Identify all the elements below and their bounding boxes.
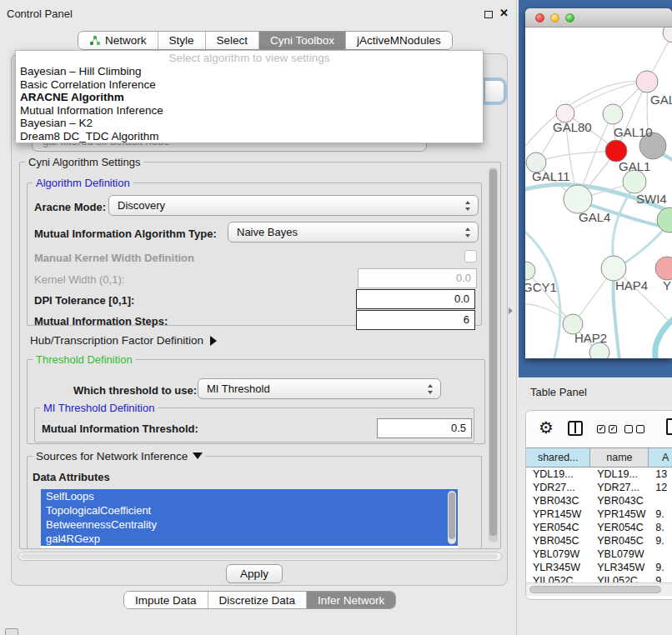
table-row[interactable]: YDL19...YDL19...13 [526, 468, 672, 481]
network-canvas[interactable]: GALGAL80GAL10GAL1GAL11SWI4GAL4GCY1HAP4YH… [525, 28, 672, 358]
network-node-gcy1[interactable] [525, 262, 535, 280]
attribute-item-gal4rgexp[interactable]: gal4RGexp [41, 532, 458, 546]
table-row[interactable]: YBL079WYBL079W [526, 548, 672, 561]
tab-jactivemnodules[interactable]: jActiveMNodules [346, 32, 452, 49]
corner-widget[interactable] [5, 628, 18, 635]
network-view-window[interactable]: GALGAL80GAL10GAL1GAL11SWI4GAL4GCY1HAP4YH… [525, 8, 672, 358]
table-cell: YDL19... [590, 468, 649, 481]
table-row[interactable]: YDR27...YDR27...12 [526, 481, 672, 494]
network-view-desktop: GALGAL80GAL10GAL1GAL11SWI4GAL4GCY1HAP4YH… [519, 0, 672, 378]
table-cell: YPR145W [590, 508, 649, 521]
network-node-gal10[interactable] [603, 104, 623, 124]
mi-algorithm-type-select[interactable]: Naive Bayes [228, 222, 479, 242]
table-row[interactable]: YER054CYER054C8. [526, 521, 672, 534]
table-cell [649, 494, 672, 508]
expand-right-icon [210, 336, 217, 346]
tab-discretize-data[interactable]: Discretize Data [208, 592, 308, 608]
algorithm-option-mutual-information-inference[interactable]: Mutual Information Inference [16, 104, 483, 118]
table-cell: 13 [649, 468, 672, 481]
inference-algorithm-combo-edge[interactable] [484, 80, 504, 102]
table-horizontal-scrollbar[interactable] [526, 582, 672, 596]
deselect-all-checkboxes-icon[interactable]: ·· [624, 425, 644, 433]
panel-resize-handle[interactable] [509, 308, 513, 314]
network-node-swi4[interactable] [623, 170, 646, 193]
network-window-titlebar[interactable] [525, 8, 672, 28]
mi-steps-field[interactable]: 6 [356, 310, 475, 330]
zoom-traffic-light-icon[interactable] [565, 13, 574, 22]
control-panel-tab-bar: NetworkStyleSelectCyni ToolboxjActiveMNo… [78, 31, 453, 50]
algorithm-option-dream8-dc-tdc-algorithm[interactable]: Dream8 DC_TDC Algorithm [16, 130, 483, 143]
column-header-name[interactable]: name [590, 448, 649, 467]
table-cell: 9 [649, 574, 672, 582]
apply-button[interactable]: Apply [226, 564, 283, 583]
algorithm-option-aracne-algorithm[interactable]: ARACNE Algorithm [16, 91, 483, 104]
settings-gear-icon[interactable]: ⚙ [539, 418, 554, 438]
table-cell: 8. [649, 521, 672, 534]
manual-kernel-width-checkbox[interactable] [464, 250, 477, 262]
scrollbar-thumb[interactable] [21, 553, 498, 559]
algorithm-options: Bayesian – Hill ClimbingBasic Correlatio… [16, 65, 483, 143]
network-node-gal[interactable] [636, 71, 658, 92]
tab-select[interactable]: Select [206, 32, 260, 49]
table-row[interactable]: YIL052CYIL052C9 [526, 574, 672, 582]
network-node-gal4[interactable] [564, 185, 592, 213]
algorithm-option-basic-correlation-inference[interactable]: Basic Correlation Inference [16, 78, 483, 92]
column-layout-icon[interactable] [568, 421, 583, 436]
scrollbar-thumb[interactable] [529, 586, 661, 593]
dpi-tolerance-label: DPI Tolerance [0,1]: [34, 294, 134, 307]
which-threshold-select[interactable]: MI Threshold [198, 378, 441, 399]
close-icon[interactable]: ✕ [499, 7, 509, 19]
table-row[interactable]: YBR045CYBR045C9. [526, 534, 672, 548]
tab-style[interactable]: Style [158, 32, 206, 49]
tab-cyni-toolbox[interactable]: Cyni Toolbox [259, 32, 346, 49]
network-node-y[interactable] [655, 257, 672, 280]
network-node-hap4[interactable] [601, 256, 626, 281]
column-header-a[interactable]: A [649, 448, 672, 467]
tab-network[interactable]: Network [78, 32, 158, 49]
float-window-icon[interactable] [484, 11, 493, 18]
settings-vertical-scrollbar[interactable] [489, 168, 498, 542]
column-header-shared[interactable]: shared... [526, 448, 590, 467]
table-cell: YBL079W [526, 548, 590, 561]
attribute-item-selfloops[interactable]: SelfLoops [41, 489, 458, 503]
attribute-item-betweennesscentrality[interactable]: BetweennessCentrality [41, 518, 458, 532]
mi-threshold-definition-group: MI Threshold Definition Mutual Informati… [34, 408, 474, 442]
data-attributes-list[interactable]: SelfLoopsTopologicalCoefficientBetweenne… [41, 489, 458, 548]
minimize-traffic-light-icon[interactable] [550, 13, 559, 22]
document-icon[interactable] [666, 418, 672, 435]
node-label-gal10: GAL10 [614, 125, 653, 139]
settings-horizontal-scrollbar[interactable] [18, 552, 502, 561]
node-label-hap4: HAP4 [615, 278, 648, 292]
mi-threshold-label: Mutual Information Threshold: [42, 422, 198, 435]
mi-steps-label: Mutual Information Steps: [34, 315, 168, 328]
network-node[interactable] [663, 28, 672, 42]
aracne-mode-select[interactable]: Discovery [108, 195, 479, 216]
table-row[interactable]: YBR043CYBR043C [526, 494, 672, 508]
select-all-checkboxes-icon[interactable]: ✓✓ [597, 425, 617, 433]
table-row[interactable]: YPR145WYPR145W9. [526, 508, 672, 521]
table-cell: YBR043C [590, 494, 649, 508]
kernel-width-field[interactable]: 0.0 [358, 268, 477, 288]
stepper-icon [427, 382, 434, 396]
algorithm-option-bayesian-k2[interactable]: Bayesian – K2 [16, 117, 483, 130]
control-panel-titlebar: Control Panel ✕ [0, 4, 517, 26]
tab-label: Style [169, 34, 194, 47]
scrollbar-thumb[interactable] [449, 492, 455, 539]
aracne-mode-label: Aracne Mode: [34, 201, 106, 213]
attribute-item-topologicalcoefficient[interactable]: TopologicalCoefficient [41, 503, 458, 518]
table-row[interactable]: YLR345WYLR345W9. [526, 561, 672, 574]
list-vertical-scrollbar[interactable] [448, 491, 456, 544]
table-cell: YER054C [590, 521, 649, 534]
table-browser: ⚙ ✓✓ ·· shared...nameA YDL19...YDL19...1… [525, 410, 672, 600]
algorithm-option-bayesian-hill-climbing[interactable]: Bayesian – Hill Climbing [16, 65, 483, 78]
network-node[interactable] [657, 208, 672, 232]
scrollbar-thumb[interactable] [489, 169, 497, 536]
dpi-tolerance-field[interactable]: 0.0 [356, 289, 475, 309]
close-traffic-light-icon[interactable] [535, 13, 544, 22]
hub-definition-toggle[interactable]: Hub/Transcription Factor Definition [30, 334, 217, 347]
table-panel-title: Table Panel [530, 386, 587, 398]
mi-threshold-field[interactable]: 0.5 [377, 418, 472, 438]
panel-title: Control Panel [7, 8, 73, 20]
tab-infer-network[interactable]: Infer Network [307, 592, 395, 608]
tab-impute-data[interactable]: Impute Data [124, 592, 208, 608]
